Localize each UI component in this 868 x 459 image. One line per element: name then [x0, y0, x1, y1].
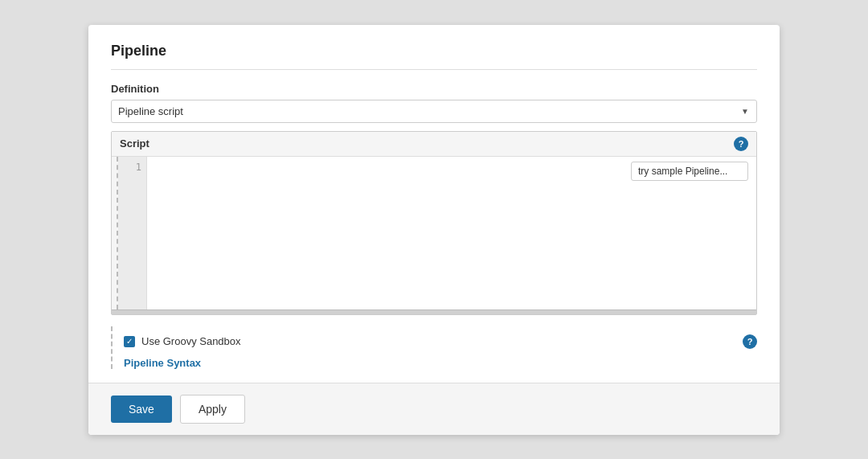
- groovy-syntax-area: Use Groovy Sandbox ? Pipeline Syntax: [111, 326, 757, 369]
- script-left-gutter: [112, 157, 118, 309]
- pipeline-syntax-link[interactable]: Pipeline Syntax: [124, 357, 201, 369]
- main-card: Pipeline Definition Pipeline script Pipe…: [88, 25, 780, 435]
- groovy-help-icon[interactable]: ?: [743, 334, 757, 349]
- script-help-icon[interactable]: ?: [734, 137, 748, 151]
- script-section: Script ? 1 try sample Pipeline... Hello …: [111, 131, 757, 315]
- groovy-sandbox-checkbox[interactable]: [124, 336, 135, 347]
- page-title: Pipeline: [111, 43, 757, 70]
- script-line-numbers: 1: [118, 157, 147, 309]
- card-main: Pipeline Definition Pipeline script Pipe…: [88, 25, 780, 383]
- apply-button[interactable]: Apply: [180, 395, 245, 424]
- script-editor-area[interactable]: try sample Pipeline... Hello World GitHu…: [147, 157, 756, 309]
- script-label: Script: [120, 137, 149, 150]
- save-button[interactable]: Save: [111, 395, 172, 423]
- try-sample-wrapper: try sample Pipeline... Hello World GitHu…: [631, 162, 748, 181]
- definition-select[interactable]: Pipeline script Pipeline script from SCM: [111, 100, 757, 123]
- groovy-sandbox-label: Use Groovy Sandbox: [141, 335, 241, 347]
- page-wrapper: Pipeline Definition Pipeline script Pipe…: [0, 0, 868, 459]
- card-footer: Save Apply: [88, 383, 780, 435]
- line-number-1: 1: [121, 162, 141, 173]
- script-header: Script ?: [112, 132, 756, 157]
- script-body: 1 try sample Pipeline... Hello World Git…: [112, 157, 756, 309]
- definition-label: Definition: [111, 83, 757, 95]
- script-resize-handle[interactable]: [112, 309, 756, 314]
- try-sample-select[interactable]: try sample Pipeline... Hello World GitHu…: [631, 162, 748, 181]
- definition-select-wrapper: Pipeline script Pipeline script from SCM…: [111, 100, 757, 123]
- groovy-left: Use Groovy Sandbox: [124, 335, 241, 347]
- groovy-row: Use Groovy Sandbox ?: [124, 326, 757, 354]
